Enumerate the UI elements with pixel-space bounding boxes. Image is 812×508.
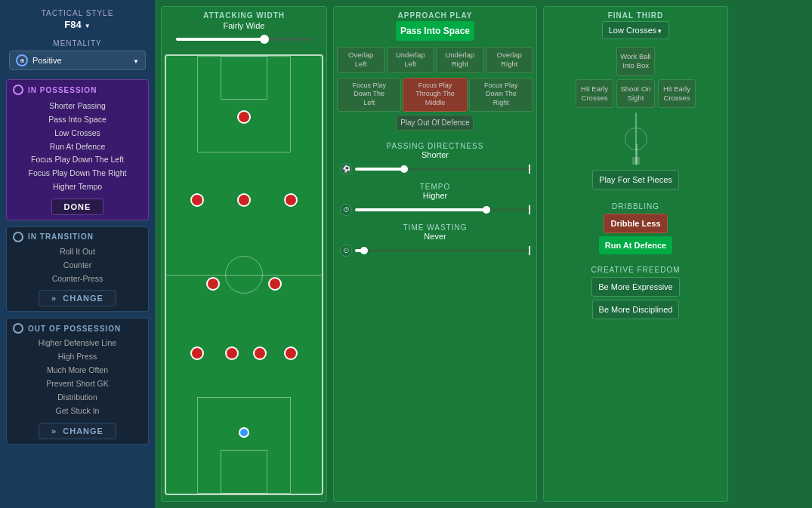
- mentality-select[interactable]: ⊕ Positive: [9, 51, 146, 70]
- run-at-defence-button[interactable]: Run At Defence: [599, 236, 673, 254]
- list-item: Counter-Press: [13, 272, 142, 286]
- be-more-disciplined-button[interactable]: Be More Disciplined: [592, 300, 680, 319]
- creative-freedom-label: CREATIVE FREEDOM: [591, 266, 680, 274]
- final-third-grid: Work BallInto Box Hit EarlyCrosses Shoot…: [571, 44, 700, 111]
- double-arrow-icon2: [51, 426, 60, 436]
- list-item: Focus Play Down The Left: [13, 153, 142, 167]
- hit-early-crosses-right-btn[interactable]: Hit EarlyCrosses: [658, 79, 696, 109]
- double-arrow-icon: [51, 294, 60, 303]
- underlap-right-btn[interactable]: UnderlapRight: [436, 47, 484, 73]
- in-possession-items: Shorter Passing Pass Into Space Low Cros…: [13, 100, 142, 194]
- in-transition-change-button[interactable]: CHANGE: [39, 290, 116, 306]
- underlap-left-btn[interactable]: UnderlapLeft: [387, 47, 435, 73]
- list-item: Pass Into Space: [13, 113, 142, 127]
- list-item: Get Stuck In: [13, 405, 142, 418]
- approach-middle-row: Focus PlayDown TheLeft Focus PlayThrough…: [334, 76, 536, 113]
- approach-top-row: OverlapLeft UnderlapLeft UnderlapRight O…: [334, 44, 536, 76]
- mentality-label: MENTALITY: [0, 36, 155, 51]
- hit-early-crosses-left-btn[interactable]: Hit EarlyCrosses: [576, 79, 613, 109]
- list-item: Distribution: [13, 391, 142, 405]
- tempo-section: TEMPO Higher ⏱: [334, 180, 536, 220]
- final-third-dropdown[interactable]: Low Crosses: [602, 21, 670, 39]
- set-pieces-button[interactable]: Play For Set Pieces: [592, 170, 679, 189]
- approach-play-title: APPROACH PLAY: [392, 7, 479, 21]
- play-out-of-defence-btn[interactable]: Play Out Of Defence: [397, 115, 474, 131]
- tempo-icon: ⏱: [340, 204, 352, 216]
- list-item: Counter: [13, 259, 142, 272]
- dribbling-label: DRIBBLING: [612, 202, 659, 211]
- list-item: Run At Defence: [13, 140, 142, 154]
- main-content: ATTACKING WIDTH Fairly Wide: [155, 0, 812, 508]
- approach-play-panel: APPROACH PLAY Pass Into Space OverlapLef…: [333, 6, 537, 502]
- list-item: Roll It Out: [13, 245, 142, 259]
- tactical-style-label: TACTICAL STYLE: [0, 6, 155, 19]
- list-item: High Press: [13, 350, 142, 364]
- attacking-width-slider[interactable]: [176, 35, 312, 44]
- mentality-chevron-icon[interactable]: [133, 56, 139, 65]
- list-item: Higher Tempo: [13, 180, 142, 194]
- in-transition-icon: [13, 232, 23, 242]
- list-item: Low Crosses: [13, 127, 142, 140]
- mentality-value: Positive: [32, 56, 62, 65]
- attacking-width-value: Fairly Wide: [223, 21, 264, 30]
- list-item: Much More Often: [13, 364, 142, 377]
- focus-play-middle-btn[interactable]: Focus PlayThrough TheMiddle: [403, 78, 467, 112]
- out-of-possession-change-button[interactable]: CHANGE: [39, 423, 116, 439]
- in-transition-items: Roll It Out Counter Counter-Press: [13, 245, 142, 286]
- be-more-expressive-button[interactable]: Be More Expressive: [591, 277, 679, 297]
- done-button[interactable]: DONE: [51, 199, 104, 215]
- overlap-left-btn[interactable]: OverlapLeft: [337, 47, 385, 73]
- dribble-less-button[interactable]: Dribble Less: [604, 214, 667, 233]
- in-possession-section: IN POSSESSION Shorter Passing Pass Into …: [6, 79, 149, 220]
- final-third-panel: FINAL THIRD Low Crosses Work BallInto Bo…: [543, 6, 728, 502]
- overlap-right-btn[interactable]: OverlapRight: [486, 47, 534, 73]
- time-wasting-icon: ⏲: [340, 245, 352, 257]
- final-third-chevron-icon: [656, 26, 662, 35]
- shoot-on-sight-btn[interactable]: Shoot OnSight: [616, 79, 654, 109]
- work-ball-into-box-btn[interactable]: Work BallInto Box: [616, 47, 654, 76]
- in-transition-title: IN TRANSITION: [13, 232, 142, 242]
- in-possession-icon: [13, 85, 23, 95]
- list-item: Focus Play Down The Right: [13, 167, 142, 180]
- in-transition-section: IN TRANSITION Roll It Out Counter Counte…: [6, 226, 149, 312]
- focus-play-right-btn[interactable]: Focus PlayDown TheRight: [469, 78, 533, 112]
- tactical-style-chevron-icon[interactable]: [85, 19, 91, 30]
- list-item: Shorter Passing: [13, 100, 142, 113]
- attacking-width-panel: ATTACKING WIDTH Fairly Wide: [161, 6, 327, 502]
- pass-into-space-btn[interactable]: Pass Into Space: [396, 21, 474, 41]
- out-of-possession-icon: [13, 323, 23, 334]
- out-of-possession-section: OUT OF POSSESSION Higher Defensive Line …: [6, 318, 149, 444]
- passing-directness-section: PASSING DIRECTNESS Shorter ⚽: [334, 139, 536, 180]
- mentality-icon: ⊕: [16, 54, 28, 66]
- time-wasting-slider[interactable]: [355, 249, 530, 252]
- final-third-title: FINAL THIRD: [602, 7, 670, 21]
- time-wasting-section: TIME WASTING Never ⏲: [334, 220, 536, 261]
- final-third-mini-pitch: [635, 112, 637, 165]
- pitch: [162, 51, 326, 498]
- focus-play-left-btn[interactable]: Focus PlayDown TheLeft: [337, 78, 401, 112]
- out-of-possession-items: Higher Defensive Line High Press Much Mo…: [13, 337, 142, 417]
- out-of-possession-title: OUT OF POSSESSION: [13, 323, 142, 334]
- passing-directness-slider[interactable]: [355, 168, 530, 171]
- tactical-style-value[interactable]: F84: [0, 19, 155, 36]
- list-item: Higher Defensive Line: [13, 337, 142, 350]
- passing-directness-icon: ⚽: [340, 163, 352, 175]
- attacking-width-title: ATTACKING WIDTH: [197, 7, 291, 21]
- tempo-slider[interactable]: [355, 208, 530, 211]
- list-item: Prevent Short GK: [13, 377, 142, 391]
- sidebar: TACTICAL STYLE F84 MENTALITY ⊕ Positive …: [0, 0, 155, 508]
- in-possession-title: IN POSSESSION: [13, 85, 142, 95]
